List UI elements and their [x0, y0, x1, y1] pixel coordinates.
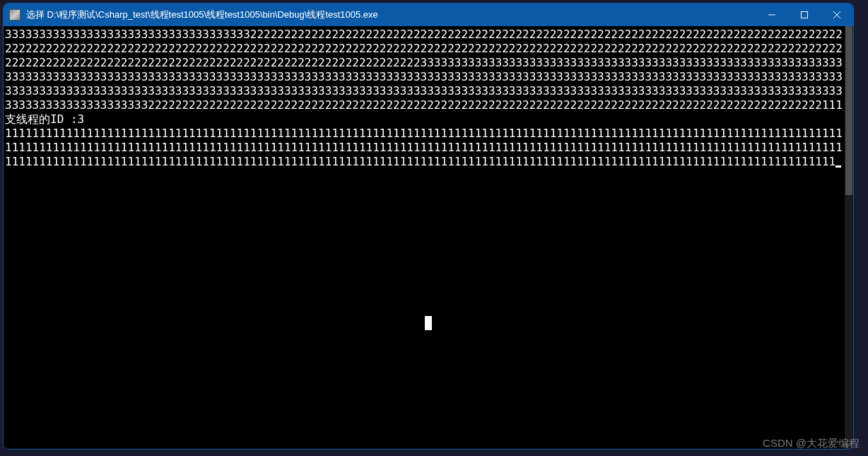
text-cursor — [835, 165, 841, 168]
console-output[interactable]: 3333333333333333333333333333333333332222… — [4, 26, 845, 449]
console-body[interactable]: 3333333333333333333333333333333333332222… — [4, 26, 853, 449]
vertical-scrollbar[interactable] — [845, 26, 853, 449]
output-line: 1111111111111111111111111111111111111111… — [332, 155, 835, 168]
close-icon — [833, 11, 840, 18]
selection-block-cursor — [425, 316, 432, 330]
window-title: 选择 D:\程序测试\Csharp_test\线程test1005\线程test… — [26, 8, 756, 21]
maximize-icon — [801, 11, 808, 18]
svg-rect-1 — [802, 12, 808, 18]
titlebar[interactable]: 选择 D:\程序测试\Csharp_test\线程test1005\线程test… — [4, 4, 853, 26]
window-controls — [756, 4, 853, 26]
minimize-icon — [768, 11, 775, 18]
scrollbar-thumb[interactable] — [845, 26, 852, 195]
console-window: 选择 D:\程序测试\Csharp_test\线程test1005\线程test… — [3, 3, 854, 450]
minimize-button[interactable] — [756, 4, 788, 26]
app-icon — [9, 9, 20, 21]
maximize-button[interactable] — [788, 4, 821, 26]
close-button[interactable] — [821, 4, 853, 26]
